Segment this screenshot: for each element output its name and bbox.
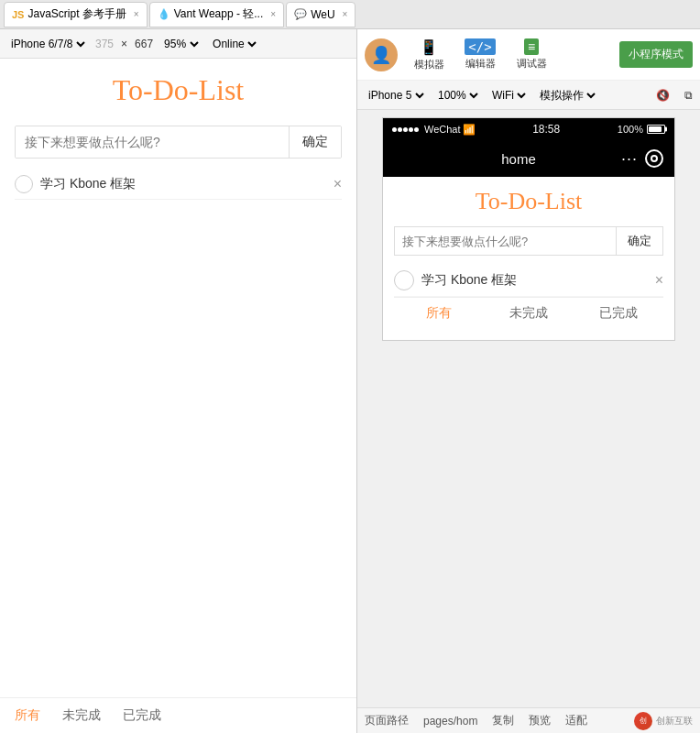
user-avatar[interactable]: 👤: [365, 38, 398, 71]
watermark: 创 创新互联: [634, 712, 693, 730]
wechat-top-toolbar: 👤 📱 模拟器 </> 编辑器 ≡ 调试器 小程序模式: [357, 29, 700, 81]
browser-preview: To-Do-List 确定 学习 Kbone 框架 ×: [0, 59, 356, 697]
bottom-status-bar: 页面路径 pages/hom 复制 预览 适配 创 创新互联: [357, 707, 700, 733]
tool-group: 📱 模拟器 </> 编辑器 ≡ 调试器: [405, 35, 555, 75]
battery-fill: [649, 126, 662, 132]
browser-tab-bar: JS JavaScript 参考手册 × 💧 Vant Weapp - 轻...…: [0, 0, 700, 29]
status-right: 100%: [618, 124, 665, 135]
phone-filter-all[interactable]: 所有: [394, 305, 484, 322]
watermark-logo: 创: [634, 712, 652, 730]
nav-actions: ···: [621, 149, 663, 169]
phone-todo-title: To-Do-List: [394, 188, 663, 215]
wechat-tab-icon: 💬: [294, 8, 307, 20]
debug-label: 调试器: [517, 57, 547, 71]
device-selector[interactable]: iPhone 6/7/8: [7, 37, 88, 51]
zoom-selector[interactable]: 95%: [160, 37, 202, 51]
phone-todo-input[interactable]: [395, 227, 616, 255]
emulator-zoom-selector[interactable]: 100%: [434, 88, 481, 103]
phone-todo-checkbox-0[interactable]: [394, 270, 414, 290]
js-tab-icon: JS: [12, 9, 24, 20]
left-todo-delete-0[interactable]: ×: [334, 176, 342, 192]
left-todo-app: To-Do-List 确定 学习 Kbone 框架 ×: [0, 59, 356, 214]
battery-tip: [665, 127, 667, 132]
left-todo-input[interactable]: [16, 126, 289, 158]
phone-todo-app: To-Do-List 确定 学习 Kbone 框架 × 所有 未完: [383, 177, 674, 340]
right-panel: 👤 📱 模拟器 </> 编辑器 ≡ 调试器 小程序模式: [357, 29, 700, 733]
wechat-tab-close[interactable]: ×: [343, 9, 348, 19]
phone-filter-complete[interactable]: 已完成: [574, 305, 663, 322]
nav-title: home: [501, 151, 536, 167]
left-filter-tabs: 所有 未完成 已完成: [0, 697, 356, 733]
signal-dot-1: [392, 127, 397, 132]
left-todo-checkbox-0[interactable]: [15, 175, 33, 193]
tab-vant[interactable]: 💧 Vant Weapp - 轻... ×: [149, 2, 284, 27]
emulator-expand-icon[interactable]: ⧉: [684, 89, 693, 102]
emulator-operation-selector[interactable]: 模拟操作: [536, 88, 598, 103]
signal-indicator: [392, 127, 419, 132]
left-filter-all[interactable]: 所有: [15, 707, 40, 724]
toolbar-separator: 375: [95, 38, 114, 50]
battery-icon: [647, 125, 665, 134]
signal-dot-2: [398, 127, 402, 132]
left-todo-text-0: 学习 Kbone 框架: [40, 176, 326, 192]
toolbar-height: 667: [135, 38, 153, 50]
phone-filter-tabs: 所有 未完成 已完成: [394, 297, 663, 329]
phone-status-bar: WeChat 📶 18:58 100%: [383, 118, 674, 140]
avatar-image: 👤: [371, 45, 391, 65]
phone-todo-delete-0[interactable]: ×: [655, 272, 663, 289]
code-icon: </>: [465, 38, 495, 55]
phone-icon: 📱: [420, 38, 438, 56]
phone-nav-bar: home ···: [383, 140, 674, 177]
nav-record-button[interactable]: [645, 149, 663, 168]
emulator-network-selector[interactable]: WiFi: [488, 88, 529, 103]
editor-button[interactable]: </> 编辑器: [456, 35, 504, 75]
carrier-label: WeChat: [424, 124, 461, 135]
left-todo-item-0: 学习 Kbone 框架 ×: [15, 170, 342, 200]
preview-button[interactable]: 预览: [529, 713, 551, 728]
main-area: iPhone 6/7/8 375 × 667 95% Online To-Do-…: [0, 29, 700, 733]
wifi-icon: 📶: [463, 124, 476, 136]
vant-tab-close[interactable]: ×: [270, 9, 276, 19]
battery-percent: 100%: [618, 124, 643, 135]
js-tab-close[interactable]: ×: [134, 9, 139, 19]
miniprogram-mode-button[interactable]: 小程序模式: [619, 41, 693, 68]
left-filter-incomplete[interactable]: 未完成: [62, 707, 101, 724]
debug-button[interactable]: ≡ 调试器: [508, 35, 555, 75]
toolbar-x: ×: [121, 38, 127, 50]
status-left: WeChat 📶: [392, 124, 476, 136]
phone-frame-container: WeChat 📶 18:58 100% home: [357, 110, 700, 707]
line-button[interactable]: 适配: [565, 713, 587, 728]
status-time: 18:58: [532, 123, 560, 136]
emulator-device-selector[interactable]: iPhone 5: [365, 88, 427, 103]
phone-confirm-button[interactable]: 确定: [616, 227, 662, 255]
phone-filter-incomplete[interactable]: 未完成: [484, 305, 574, 322]
simulator-label: 模拟器: [414, 58, 444, 71]
left-filter-complete[interactable]: 已完成: [123, 707, 161, 724]
left-todo-title: To-Do-List: [15, 73, 342, 107]
emulator-toolbar: iPhone 5 100% WiFi 模拟操作 🔇 ⧉: [357, 81, 700, 110]
phone-frame: WeChat 📶 18:58 100% home: [382, 117, 675, 341]
copy-button[interactable]: 复制: [492, 713, 514, 728]
editor-label: 编辑器: [465, 57, 496, 71]
left-panel: iPhone 6/7/8 375 × 667 95% Online To-Do-…: [0, 29, 357, 733]
signal-dot-3: [403, 127, 408, 132]
left-confirm-button[interactable]: 确定: [289, 126, 341, 158]
simulator-button[interactable]: 📱 模拟器: [405, 35, 453, 75]
left-input-row: 确定: [15, 126, 342, 159]
record-dot-icon: [651, 155, 658, 162]
signal-dot-4: [409, 127, 413, 132]
device-toolbar: iPhone 6/7/8 375 × 667 95% Online: [0, 29, 356, 59]
phone-todo-text-0: 学习 Kbone 框架: [421, 272, 648, 289]
nav-dots-button[interactable]: ···: [621, 149, 638, 169]
vant-tab-icon: 💧: [158, 8, 170, 20]
debug-icon: ≡: [524, 38, 539, 55]
page-path-value: pages/hom: [423, 715, 477, 728]
emulator-sound-icon[interactable]: 🔇: [656, 89, 670, 102]
phone-input-row: 确定: [394, 226, 663, 256]
wechat-tab-label: WeU: [311, 8, 334, 21]
network-selector[interactable]: Online: [209, 37, 259, 51]
js-tab-label: JavaScript 参考手册: [27, 6, 126, 22]
vant-tab-label: Vant Weapp - 轻...: [174, 6, 264, 22]
tab-js-ref[interactable]: JS JavaScript 参考手册 ×: [4, 2, 148, 27]
tab-wechat[interactable]: 💬 WeU ×: [286, 2, 355, 27]
